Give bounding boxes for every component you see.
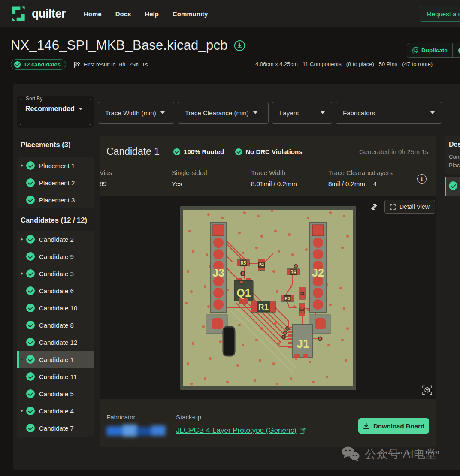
svg-text:R2: R2 [259,262,264,267]
brand[interactable]: quilter [10,6,66,22]
candidate-row[interactable]: Candidate 4 [17,402,94,419]
cube-focus-icon[interactable] [422,385,432,395]
candidate-row[interactable]: Candidate 8 [17,316,94,334]
stat-column: Single-sided Yes [172,169,207,187]
check-icon [26,304,35,312]
component-j3: J3 [210,222,227,312]
placement-row[interactable]: Placement 3 [17,191,94,208]
candidate-row[interactable]: Candidate 10 [17,299,94,316]
check-icon [26,269,35,278]
candidates-heading: Candidates (12 / 12) [21,216,87,224]
board-stat: (8 to place) [346,61,374,67]
candidate-row[interactable]: Candidate 2 [17,231,94,248]
component-r2: R2 [258,259,265,270]
candidate-row[interactable]: Candidate 6 [17,282,94,299]
filter-dropdown[interactable]: Trace Clearance (min) [178,102,269,124]
placement-row[interactable]: Placement 2 [17,174,94,191]
nav-link[interactable]: Home [84,10,102,18]
board-stat: (47 to route) [402,61,433,67]
check-icon [26,235,35,244]
component-r1: R1 [251,301,275,312]
board-stat: 4.06cm x 4.25cm [255,61,298,67]
stat-column: Layers 4 [373,169,393,187]
svg-text:C2: C2 [300,308,304,312]
check-icon [26,338,35,346]
chevron-down-icon [160,111,165,114]
stat-column: Trace Clearance 8mil / 0.2mm [328,169,375,187]
candidate-row[interactable]: Candidate 5 [17,385,94,402]
request-demo-button[interactable]: Request a demo [420,6,460,22]
download-icon [363,423,369,429]
nav-link[interactable]: Docs [115,10,131,18]
duplicate-button[interactable]: Duplicate [407,43,452,57]
routed-status: 100% Routed [173,148,224,155]
sort-by-select[interactable]: Sort By Recommended [20,99,91,125]
stackup-label: Stack-up [176,413,201,421]
filter-dropdown[interactable]: Trace Width (min) [98,102,174,124]
quilter-logo-icon [10,6,27,22]
svg-text:C1: C1 [300,292,305,295]
candidate-panel: Candidate 1 100% Routed No DRC Violation… [100,136,436,447]
info-button[interactable] [453,43,460,57]
board-stat: 50 Pins [379,61,397,67]
svg-text:J3: J3 [212,267,224,279]
detail-view-button[interactable]: Detail View [384,200,435,214]
candidate-header: Candidate 1 100% Routed No DRC Violation… [106,146,428,157]
candidate-row[interactable]: Candidate 1 [17,351,94,368]
candidate-row[interactable]: Candidate 3 [17,265,94,282]
copy-icon [412,47,418,54]
check-icon [26,161,35,170]
board-slot [223,327,235,356]
svg-text:R5: R5 [241,261,246,265]
caret-right-icon[interactable] [21,272,23,275]
flip-board-icon[interactable] [369,202,379,212]
design-side-panel: Design Component Placement [445,136,460,174]
filter-dropdown[interactable]: Fabricators [336,102,442,124]
sort-by-box: Sort By Recommended [17,96,94,128]
check-icon [235,148,242,155]
external-link-icon [300,428,306,434]
fabricator-label: Fabricator [106,413,136,421]
caret-right-icon[interactable] [21,409,23,413]
page-title: NX_146_SPI_MKB_Base.kicad_pcb [11,38,245,53]
check-icon [26,424,35,432]
pcb-viewer[interactable]: Detail View [100,196,436,399]
sort-by-value: Recommended [25,105,75,113]
check-icon [26,389,35,398]
check-icon [26,196,35,204]
component-r4: R4 [287,269,299,275]
candidate-stats: Single-sided Yes Trace Width 8.01mil / 0… [100,169,436,193]
stats-info-icon[interactable]: i [417,174,427,184]
download-file-icon[interactable] [234,40,245,51]
candidate-row[interactable]: Candidate 12 [17,334,94,351]
candidate-row[interactable]: Candidate 9 [17,248,94,265]
stackup-link[interactable]: JLCPCB 4-Layer Prototype (Generic) [176,426,306,435]
candidate-row[interactable]: Candidate 11 [17,368,94,385]
svg-text:J2: J2 [312,267,324,279]
pcb-board-image[interactable]: J3 J2 Q1 [180,206,356,390]
sort-by-label: Sort By [24,96,45,102]
badge-row: 12 candidates First result in 0h 25m 1s [11,59,148,70]
caret-right-icon[interactable] [21,164,23,167]
component-r3: R3 [281,295,294,301]
design-panel-selected-row[interactable] [445,177,460,196]
candidate-row[interactable]: Candidate 7 [17,419,94,437]
check-icon [26,178,35,187]
check-icon [26,321,35,329]
download-board-button[interactable]: Download Board [358,418,429,434]
expand-icon [390,204,396,210]
nav-link[interactable]: Community [172,10,208,18]
candidate-title: Candidate 1 [106,146,160,157]
nav-link[interactable]: Help [145,10,159,18]
caret-right-icon[interactable] [21,238,23,241]
caret-right-icon[interactable] [21,358,23,361]
component-c1: C1 [300,287,305,299]
svg-text:R1: R1 [258,302,269,311]
first-result: First result in 0h 25m 1s [74,61,148,68]
check-icon [173,148,180,155]
filter-dropdown[interactable]: Layers [272,102,332,124]
board-filename: NX_146_SPI_MKB_Base.kicad_pcb [11,38,228,53]
placement-row[interactable]: Placement 1 [17,157,94,174]
chevron-down-icon [79,108,83,110]
chevron-down-icon [430,111,435,114]
